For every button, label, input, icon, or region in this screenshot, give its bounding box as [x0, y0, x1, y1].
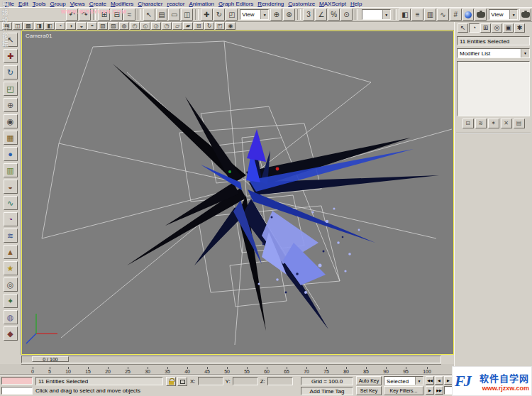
menu-character[interactable]: Character — [135, 1, 165, 7]
unhide-all-button[interactable]: ◵ — [140, 22, 150, 30]
see-through-button[interactable]: ◷ — [162, 22, 172, 30]
angle-snap-toggle-button[interactable]: ∠ — [315, 9, 327, 21]
space-warp-tool-button[interactable]: ◍ — [4, 310, 18, 324]
tab-motion[interactable]: ◎ — [492, 23, 502, 33]
previous-frame-button[interactable]: ◀ — [435, 376, 443, 385]
select-and-manipulate-button[interactable]: ⊛ — [283, 9, 295, 21]
tab-display[interactable]: ▣ — [503, 23, 514, 33]
camera-viewport[interactable]: Camera01 — [21, 31, 454, 355]
menu-tools[interactable]: Tools — [31, 1, 48, 7]
quick-align-button[interactable]: ◒ — [77, 22, 87, 30]
make-unique-button[interactable]: ✶ — [488, 119, 499, 128]
mirror-button[interactable]: ◧ — [399, 9, 411, 21]
material-editor-button[interactable] — [462, 9, 475, 21]
wireframe-toggle-button[interactable]: ▱ — [172, 22, 182, 30]
go-to-start-button[interactable]: ◀◀ — [426, 376, 434, 385]
menu-customize[interactable]: Customize — [286, 1, 317, 7]
tab-hierarchy[interactable]: ⊞ — [480, 23, 491, 33]
show-end-result-button[interactable]: ≋ — [475, 119, 487, 128]
scale-tool-button[interactable]: ◰ — [4, 82, 18, 96]
select-by-name-button[interactable]: ▤ — [156, 9, 168, 21]
object-name-field[interactable]: 11 Entities Selected — [457, 36, 530, 45]
place-highlight-button[interactable]: ◑ — [66, 22, 76, 30]
normal-align-button[interactable]: ◧ — [45, 22, 55, 30]
viewport-label[interactable]: Camera01 — [26, 33, 52, 39]
camera-tool-button[interactable]: ◎ — [4, 277, 18, 292]
render-scene-button[interactable] — [475, 9, 487, 21]
select-object-button[interactable]: ↖ — [143, 9, 155, 21]
layer-properties-button[interactable]: ▨ — [109, 22, 118, 30]
percent-snap-toggle-button[interactable]: % — [328, 9, 340, 21]
views-redraw-button[interactable]: ↻ — [204, 22, 214, 30]
modifier-stack-list[interactable] — [457, 61, 530, 116]
chevron-down-icon[interactable]: ▼ — [415, 377, 423, 385]
menu-edit[interactable]: Edit — [16, 1, 31, 7]
absolute-offset-toggle[interactable] — [177, 377, 187, 386]
zoom-tool-button[interactable]: ◉ — [4, 114, 18, 128]
key-filters-button[interactable]: Key Filters... — [384, 386, 423, 395]
edged-faces-button[interactable]: ▰ — [183, 22, 193, 30]
menu-views[interactable]: Views — [68, 1, 87, 7]
isolate-selection-button[interactable]: ◓ — [87, 22, 97, 30]
bend-modifier-button[interactable]: ◔ — [4, 212, 18, 226]
time-slider-thumb[interactable]: 0 / 100 — [32, 356, 69, 362]
display-floater-button[interactable]: ▧ — [98, 22, 108, 30]
freeze-selection-button[interactable]: ◴ — [130, 22, 140, 30]
sphere-primitive-button[interactable]: ● — [4, 147, 18, 161]
align-button[interactable]: ≡ — [411, 9, 423, 21]
configure-modifier-sets-button[interactable]: ▤ — [514, 119, 525, 128]
select-and-rotate-button[interactable]: ↻ — [214, 9, 226, 21]
rotate-tool-button[interactable]: ↻ — [4, 65, 18, 79]
tab-utilities[interactable]: ✱ — [514, 23, 525, 33]
selection-lock-button[interactable] — [166, 377, 176, 386]
cylinder-primitive-button[interactable]: ▥ — [4, 163, 18, 177]
modifier-list-dropdown[interactable]: Modifier List ▼ — [457, 48, 530, 58]
next-frame-button[interactable]: ▶ — [426, 386, 434, 395]
spline-tool-button[interactable]: ∿ — [4, 196, 18, 210]
spinner-snap-toggle-button[interactable]: ⊙ — [340, 9, 353, 21]
show-grid-button[interactable]: ⊞ — [194, 22, 204, 30]
snapshot-button[interactable]: ◫ — [13, 22, 23, 30]
units-setup-button[interactable]: ◉ — [226, 22, 235, 30]
box-primitive-button[interactable]: ▦ — [4, 131, 18, 145]
clone-button[interactable]: ◨ — [34, 22, 44, 30]
named-selection-sets-dropdown[interactable]: ▼ — [362, 9, 391, 20]
use-pivot-point-center-button[interactable]: ⊕ — [270, 9, 282, 21]
key-mode-dropdown[interactable]: Selected ▼ — [384, 376, 423, 385]
hide-selection-button[interactable]: ◍ — [119, 22, 129, 30]
schematic-view-button[interactable]: # — [450, 9, 462, 21]
select-and-scale-button[interactable]: ◰ — [226, 9, 238, 21]
chevron-down-icon[interactable]: ▼ — [260, 10, 268, 19]
menu-group[interactable]: Group — [48, 1, 67, 7]
auto-key-button[interactable]: Auto Key — [356, 376, 382, 385]
menu-reactor[interactable]: reactor — [165, 1, 187, 7]
menu-graph-editors[interactable]: Graph Editors — [216, 1, 255, 7]
y-coordinate-field[interactable] — [233, 377, 258, 385]
chevron-down-icon[interactable]: ▼ — [509, 10, 517, 19]
spacing-tool-button[interactable]: ▩ — [23, 22, 33, 30]
window-crossing-toggle-button[interactable]: ◫ — [181, 9, 193, 21]
track-bar[interactable]: 0510152025303540455055606570758085909510… — [21, 364, 441, 374]
chevron-down-icon[interactable]: ▼ — [382, 10, 390, 19]
rectangular-selection-region-button[interactable]: ▭ — [168, 9, 180, 21]
z-coordinate-field[interactable] — [267, 377, 293, 385]
system-tool-button[interactable]: ◆ — [4, 326, 18, 341]
twist-modifier-button[interactable]: ≋ — [4, 229, 18, 243]
go-to-end-button[interactable]: ▶▶ — [435, 386, 443, 395]
quick-render-button[interactable] — [519, 9, 531, 21]
menu-maxscript[interactable]: MAXScript — [317, 1, 348, 7]
reference-coordinate-system-dropdown[interactable]: View▼ — [240, 9, 269, 20]
menu-help[interactable]: Help — [348, 1, 364, 7]
curve-editor-button[interactable]: ∿ — [437, 9, 449, 21]
unfreeze-all-button[interactable]: ◶ — [151, 22, 161, 30]
add-time-tag-button[interactable]: Add Time Tag — [301, 387, 353, 395]
teapot-primitive-button[interactable]: ◒ — [4, 180, 18, 194]
render-type-dropdown[interactable]: View▼ — [489, 9, 518, 20]
menu-create[interactable]: Create — [87, 1, 109, 7]
time-slider-track[interactable]: 0 / 100 — [21, 356, 441, 363]
light-tool-button[interactable]: ★ — [4, 261, 18, 275]
pan-tool-button[interactable]: ⊕ — [4, 98, 18, 112]
x-coordinate-field[interactable] — [198, 377, 223, 385]
taper-modifier-button[interactable]: ▲ — [4, 245, 18, 259]
move-tool-button[interactable]: ✚ — [4, 49, 18, 63]
